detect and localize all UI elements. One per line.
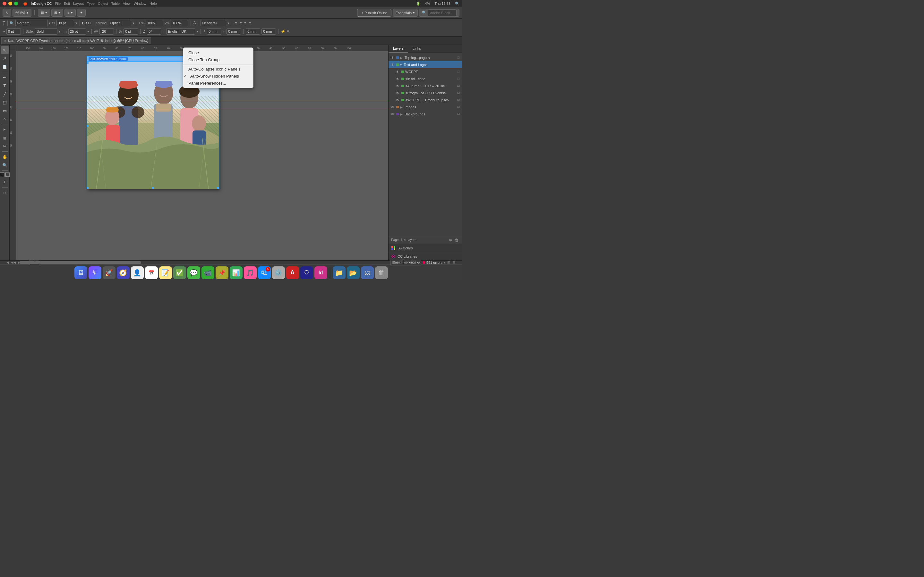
normal-view[interactable]: □ bbox=[1, 189, 9, 197]
layer-visibility-btn[interactable]: 👁 bbox=[395, 76, 400, 81]
layer-visibility-btn[interactable]: 👁 bbox=[390, 55, 395, 60]
stroke-color[interactable] bbox=[5, 172, 10, 177]
layer-visibility-btn[interactable]: 👁 bbox=[390, 62, 395, 67]
layer-visibility-btn[interactable]: 👁 bbox=[395, 69, 400, 74]
search-btn[interactable]: 🔍 bbox=[419, 9, 459, 17]
file-menu[interactable]: File bbox=[55, 2, 61, 6]
dock-folder-3[interactable]: 🗂 bbox=[361, 266, 374, 279]
space-after-input[interactable] bbox=[226, 28, 241, 35]
align-right-btn[interactable]: ≡ bbox=[244, 21, 247, 25]
layout-btn[interactable]: ⊞ ▾ bbox=[51, 9, 63, 17]
dock-oxford[interactable]: O bbox=[300, 266, 313, 279]
align-left-btn[interactable]: ≡ bbox=[234, 21, 237, 25]
tab-layers[interactable]: Layers bbox=[389, 45, 408, 53]
type-menu[interactable]: Type bbox=[87, 2, 95, 6]
layer-row-autumn[interactable]: 👁 <Autumn... 2017 – 2018> ☑ bbox=[389, 82, 462, 89]
type-tool[interactable]: T bbox=[1, 82, 9, 89]
layer-row-in-this[interactable]: 👁 <In thi...catio ☐ bbox=[389, 75, 462, 82]
dock-stickies[interactable]: 📌 bbox=[216, 266, 228, 279]
pen-tool[interactable]: ✒ bbox=[1, 73, 9, 81]
publish-online-button[interactable]: ↑ Publish Online bbox=[357, 9, 391, 17]
align-center-btn[interactable]: ≡ bbox=[239, 21, 242, 25]
line-tool[interactable]: ╱ bbox=[1, 90, 9, 98]
collapse-panel-btn[interactable]: ⊟ bbox=[447, 260, 451, 265]
layer-row-programme[interactable]: 👁 <Progra...of CPD Events> ☑ bbox=[389, 89, 462, 97]
dock-safari[interactable]: 🧭 bbox=[117, 266, 129, 279]
scissors-tool[interactable]: ✂ bbox=[1, 142, 9, 150]
close-button[interactable] bbox=[3, 2, 6, 5]
vert-scale-input[interactable] bbox=[171, 20, 188, 26]
fill-color[interactable] bbox=[0, 172, 5, 177]
ellipse-tool[interactable]: ○ bbox=[1, 115, 9, 123]
rectangle-frame-tool[interactable]: ⬚ bbox=[1, 98, 9, 106]
gradient-tool[interactable]: ▦ bbox=[1, 134, 9, 142]
layer-row-brochure[interactable]: 👁 <WCPPE ... Brochure .psd> ☑ bbox=[389, 97, 462, 103]
context-menu-close-tab-group[interactable]: Close Tab Group bbox=[183, 56, 253, 63]
zoom-control[interactable]: 66.5% ▾ bbox=[13, 9, 31, 17]
dock-itunes[interactable]: 🎵 bbox=[244, 266, 257, 279]
bold-btn[interactable]: B bbox=[82, 21, 85, 25]
swatches-panel[interactable]: Swatches bbox=[389, 243, 462, 252]
dock-folder-2[interactable]: 📂 bbox=[347, 266, 360, 279]
dock-calendar[interactable]: 📅 bbox=[145, 266, 158, 279]
maximize-button[interactable] bbox=[14, 2, 18, 5]
language-input[interactable] bbox=[166, 28, 195, 35]
object-menu[interactable]: Object bbox=[98, 2, 108, 6]
delete-layer-btn[interactable]: 🗑 bbox=[454, 237, 459, 243]
selection-tool[interactable]: ↖ bbox=[1, 46, 9, 54]
dock-rocket[interactable]: 🚀 bbox=[103, 266, 115, 279]
view-options-btn[interactable]: ▦ ▾ bbox=[38, 9, 50, 17]
indent-input[interactable] bbox=[6, 28, 21, 35]
dock-tasks[interactable]: ✅ bbox=[173, 266, 186, 279]
expand-icon[interactable]: ▶ bbox=[400, 105, 403, 109]
baseline-input[interactable] bbox=[124, 28, 138, 35]
layout-menu[interactable]: Layout bbox=[73, 2, 84, 6]
layer-row-text-logos[interactable]: 👁 ▾ Text and Logos ☐ bbox=[389, 61, 462, 68]
context-menu-auto-show[interactable]: Auto-Show Hidden Panels bbox=[183, 73, 253, 79]
indesign-app-label[interactable]: InDesign CC bbox=[31, 2, 52, 6]
tab-close-btn[interactable]: × bbox=[4, 39, 6, 43]
layer-visibility-btn[interactable]: 👁 bbox=[390, 105, 395, 110]
space-before-input[interactable] bbox=[207, 28, 221, 35]
expand-icon[interactable]: ▾ bbox=[400, 63, 402, 67]
document-tab[interactable]: × Kara WCPPE CPD Events brochure (the sm… bbox=[1, 37, 151, 44]
hand-tool[interactable]: ✋ bbox=[1, 153, 9, 161]
rectangle-tool[interactable]: ▭ bbox=[1, 107, 9, 114]
horiz-scale-input[interactable] bbox=[145, 20, 163, 26]
paragraph-style-input[interactable] bbox=[200, 20, 226, 26]
margin-left-input[interactable] bbox=[246, 28, 260, 35]
add-layer-pages-btn[interactable]: ⊕ bbox=[448, 237, 453, 243]
layer-row-wcppe[interactable]: 👁 WCPPE ☐ bbox=[389, 68, 462, 75]
context-menu-auto-collapse[interactable]: Auto-Collapse Iconic Panels bbox=[183, 65, 253, 73]
kerning-input[interactable] bbox=[109, 20, 131, 26]
leading-input[interactable] bbox=[68, 28, 86, 35]
layer-row[interactable]: 👁 ▶ Top log...page n ☐ bbox=[389, 54, 462, 61]
font-style-input[interactable] bbox=[35, 28, 57, 35]
page-tool[interactable]: 📄 bbox=[1, 63, 9, 71]
dock-messages[interactable]: 💬 bbox=[187, 266, 200, 279]
layer-visibility-btn[interactable]: 👁 bbox=[395, 90, 400, 95]
dock-system-prefs[interactable]: ⚙️ bbox=[272, 266, 285, 279]
cc-libraries-panel[interactable]: CC Libraries bbox=[389, 252, 462, 260]
layer-visibility-btn[interactable]: 👁 bbox=[390, 111, 395, 117]
direct-select-tool[interactable]: ↗ bbox=[1, 55, 9, 62]
tracking-input[interactable] bbox=[99, 28, 114, 35]
font-size-input[interactable] bbox=[57, 20, 74, 26]
layer-visibility-btn[interactable]: 👁 bbox=[395, 83, 400, 89]
layer-visibility-btn[interactable]: 👁 bbox=[395, 97, 400, 103]
essentials-btn[interactable]: Essentials ▾ bbox=[393, 9, 418, 17]
angle-input[interactable] bbox=[147, 28, 162, 35]
free-transform-tool[interactable]: ✂ bbox=[1, 126, 9, 133]
expand-icon[interactable]: ▶ bbox=[400, 113, 403, 116]
smart-guides-btn[interactable]: ✦ bbox=[77, 9, 86, 17]
window-menu[interactable]: Window bbox=[134, 2, 146, 6]
scroll-thumb[interactable] bbox=[19, 261, 141, 264]
dock-acrobat[interactable]: A bbox=[286, 266, 299, 279]
selection-tool-btn[interactable]: ↖ bbox=[3, 9, 11, 17]
underline-btn[interactable]: U bbox=[88, 21, 91, 25]
dock-notes[interactable]: 📝 bbox=[159, 266, 172, 279]
adobe-stock-input[interactable] bbox=[428, 9, 457, 16]
first-page-btn[interactable]: ◀◀ bbox=[11, 261, 16, 264]
dock-facetime[interactable]: 📹 bbox=[202, 266, 214, 279]
expand-icon[interactable]: ▶ bbox=[400, 56, 403, 60]
